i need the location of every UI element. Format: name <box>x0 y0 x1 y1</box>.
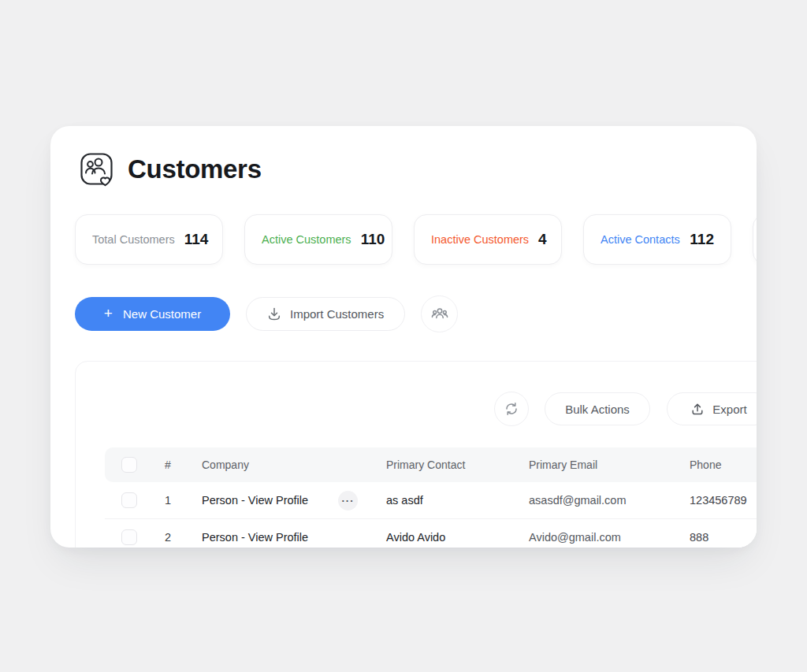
import-customers-label: Import Customers <box>290 307 384 321</box>
row-checkbox[interactable] <box>121 492 137 508</box>
page-header: Customers <box>79 151 262 187</box>
header-company: Company <box>185 459 370 471</box>
select-all-checkbox[interactable] <box>121 457 137 473</box>
contacts-group-button[interactable] <box>421 295 458 332</box>
company-cell: Person - View Profile <box>185 531 370 544</box>
stat-card-inactive-customers[interactable]: Inactive Customers 4 <box>414 214 562 265</box>
new-customer-button[interactable]: + New Customer <box>75 297 230 331</box>
stat-label: Inactive Customers <box>431 233 529 246</box>
stat-value: 4 <box>538 231 547 248</box>
import-customers-button[interactable]: Import Customers <box>246 297 405 331</box>
export-label: Export <box>712 403 746 416</box>
primary-email-cell: asasdf@gmail.com <box>512 494 673 507</box>
company-cell: Person - View Profile ··· <box>185 491 370 510</box>
table-row[interactable]: 1 Person - View Profile ··· as asdf asas… <box>105 482 757 518</box>
actions-row: + New Customer Import Customers <box>75 296 458 331</box>
customers-icon <box>79 151 115 187</box>
header-phone: Phone <box>673 459 757 471</box>
customers-table-panel: Bulk Actions Export <box>75 361 757 548</box>
customers-table: # Company Primary Contact Primary Email … <box>105 447 757 548</box>
header-primary-contact: Primary Contact <box>370 459 512 471</box>
table-row[interactable]: 2 Person - View Profile Avido Avido Avid… <box>105 518 757 548</box>
stat-value: 114 <box>184 231 209 248</box>
customers-card: Customers Total Customers 114 Active Cus… <box>50 126 757 548</box>
phone-cell: 888 <box>673 531 757 544</box>
stat-card-total-customers[interactable]: Total Customers 114 <box>75 214 223 265</box>
download-icon <box>267 306 281 321</box>
company-link[interactable]: Person - View Profile <box>202 494 308 507</box>
page: Customers Total Customers 114 Active Cus… <box>0 0 807 672</box>
stat-card-active-contacts[interactable]: Active Contacts 112 <box>583 214 731 265</box>
stat-label: Active Contacts <box>601 233 680 246</box>
export-button[interactable]: Export <box>667 392 757 425</box>
primary-email-cell: Avido@gmail.com <box>512 531 673 544</box>
phone-cell: 123456789 <box>673 494 757 507</box>
refresh-button[interactable] <box>494 392 529 426</box>
stat-label: Active Customers <box>262 233 351 246</box>
upload-icon <box>690 402 705 416</box>
row-checkbox[interactable] <box>121 529 137 545</box>
primary-contact-cell: Avido Avido <box>370 531 512 544</box>
dots-icon: ··· <box>342 496 355 506</box>
row-menu-button[interactable]: ··· <box>338 491 358 510</box>
stat-card-active-customers[interactable]: Active Customers 110 <box>244 214 392 265</box>
group-icon <box>430 304 449 323</box>
stat-label: Total Customers <box>92 233 175 246</box>
stats-row: Total Customers 114 Active Customers 110… <box>75 214 757 265</box>
primary-contact-cell: as asdf <box>370 494 512 507</box>
plus-icon: + <box>104 306 113 321</box>
row-index: 2 <box>151 531 185 544</box>
refresh-icon <box>504 401 519 417</box>
header-primary-email: Primary Email <box>512 459 673 471</box>
header-index: # <box>151 459 185 471</box>
row-index: 1 <box>151 494 185 507</box>
new-customer-label: New Customer <box>123 307 201 321</box>
stat-value: 110 <box>361 231 385 248</box>
bulk-actions-button[interactable]: Bulk Actions <box>545 392 650 425</box>
page-title: Customers <box>128 154 262 184</box>
bulk-actions-label: Bulk Actions <box>565 403 630 416</box>
table-header-row: # Company Primary Contact Primary Email … <box>105 447 757 482</box>
stat-value: 112 <box>690 231 714 248</box>
stat-card-partial <box>753 214 757 265</box>
company-link[interactable]: Person - View Profile <box>202 531 308 544</box>
